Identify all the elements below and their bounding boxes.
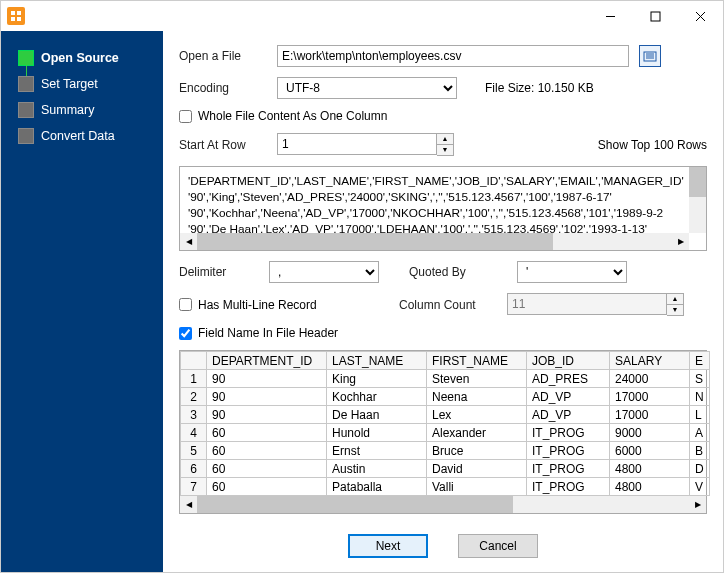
open-file-label: Open a File	[179, 49, 267, 63]
spin-down-icon[interactable]: ▼	[667, 305, 683, 316]
step-indicator-icon	[19, 51, 33, 65]
svg-rect-3	[17, 17, 21, 21]
browse-button[interactable]	[639, 45, 661, 67]
file-size-label: File Size: 10.150 KB	[485, 81, 594, 95]
title-bar	[1, 1, 723, 31]
table-row[interactable]: 660AustinDavidIT_PROG4800D	[181, 460, 710, 478]
maximize-button[interactable]	[633, 1, 678, 31]
step-indicator-icon	[19, 103, 33, 117]
preview-hscrollbar[interactable]: ◀▶	[180, 233, 689, 250]
close-button[interactable]	[678, 1, 723, 31]
spin-down-icon[interactable]: ▼	[437, 145, 453, 156]
preview-vscrollbar[interactable]	[689, 167, 706, 233]
spin-up-icon[interactable]: ▲	[667, 294, 683, 305]
sidebar-item-convert-data[interactable]: Convert Data	[1, 123, 163, 149]
start-row-input[interactable]	[277, 133, 437, 155]
column-count-label: Column Count	[399, 298, 497, 312]
multiline-checkbox-input[interactable]	[179, 298, 192, 311]
multiline-checkbox[interactable]: Has Multi-Line Record	[179, 298, 369, 312]
minimize-button[interactable]	[588, 1, 633, 31]
delimiter-select[interactable]: ,	[269, 261, 379, 283]
table-row[interactable]: 460HunoldAlexanderIT_PROG9000A	[181, 424, 710, 442]
table-row[interactable]: 290KochharNeenaAD_VP17000N	[181, 388, 710, 406]
col-header[interactable]: JOB_ID	[527, 352, 610, 370]
step-indicator-icon	[19, 77, 33, 91]
sidebar-item-summary[interactable]: Summary	[1, 97, 163, 123]
step-label: Open Source	[41, 51, 119, 65]
app-icon	[7, 7, 25, 25]
wizard-sidebar: Open Source Set Target Summary Convert D…	[1, 31, 163, 572]
col-header[interactable]: LAST_NAME	[327, 352, 427, 370]
svg-rect-0	[11, 11, 15, 15]
cancel-button[interactable]: Cancel	[458, 534, 538, 558]
grid-hscrollbar[interactable]: ◀▶	[180, 496, 706, 513]
encoding-select[interactable]: UTF-8	[277, 77, 457, 99]
table-row[interactable]: 760PataballaValliIT_PROG4800V	[181, 478, 710, 496]
step-indicator-icon	[19, 129, 33, 143]
table-row[interactable]: 390De HaanLexAD_VP17000L	[181, 406, 710, 424]
file-path-input[interactable]	[277, 45, 629, 67]
start-row-label: Start At Row	[179, 138, 267, 152]
svg-rect-5	[651, 12, 660, 21]
quoted-by-label: Quoted By	[409, 265, 507, 279]
whole-file-checkbox[interactable]: Whole File Content As One Column	[179, 109, 707, 123]
column-count-spinner[interactable]: ▲▼	[507, 293, 617, 316]
whole-file-checkbox-input[interactable]	[179, 110, 192, 123]
field-header-checkbox[interactable]: Field Name In File Header	[179, 326, 707, 340]
show-top-rows-label: Show Top 100 Rows	[598, 138, 707, 152]
table-row[interactable]: 560ErnstBruceIT_PROG6000B	[181, 442, 710, 460]
next-button[interactable]: Next	[348, 534, 428, 558]
col-header[interactable]: FIRST_NAME	[427, 352, 527, 370]
step-label: Summary	[41, 103, 94, 117]
col-header[interactable]: SALARY	[610, 352, 690, 370]
start-row-spinner[interactable]: ▲▼	[277, 133, 357, 156]
quoted-by-select[interactable]: '	[517, 261, 627, 283]
spin-up-icon[interactable]: ▲	[437, 134, 453, 145]
col-header[interactable]: E	[690, 352, 710, 370]
col-header[interactable]: DEPARTMENT_ID	[207, 352, 327, 370]
column-count-input[interactable]	[507, 293, 667, 315]
delimiter-label: Delimiter	[179, 265, 253, 279]
table-header-row: DEPARTMENT_ID LAST_NAME FIRST_NAME JOB_I…	[181, 352, 710, 370]
step-label: Set Target	[41, 77, 98, 91]
step-label: Convert Data	[41, 129, 115, 143]
svg-rect-2	[11, 17, 15, 21]
encoding-label: Encoding	[179, 81, 267, 95]
sidebar-item-set-target[interactable]: Set Target	[1, 71, 163, 97]
sidebar-item-open-source[interactable]: Open Source	[1, 45, 163, 71]
data-grid: DEPARTMENT_ID LAST_NAME FIRST_NAME JOB_I…	[179, 350, 707, 514]
field-header-checkbox-input[interactable]	[179, 327, 192, 340]
file-preview: 'DEPARTMENT_ID','LAST_NAME','FIRST_NAME'…	[179, 166, 707, 251]
table-row[interactable]: 190KingStevenAD_PRES24000S	[181, 370, 710, 388]
svg-rect-1	[17, 11, 21, 15]
